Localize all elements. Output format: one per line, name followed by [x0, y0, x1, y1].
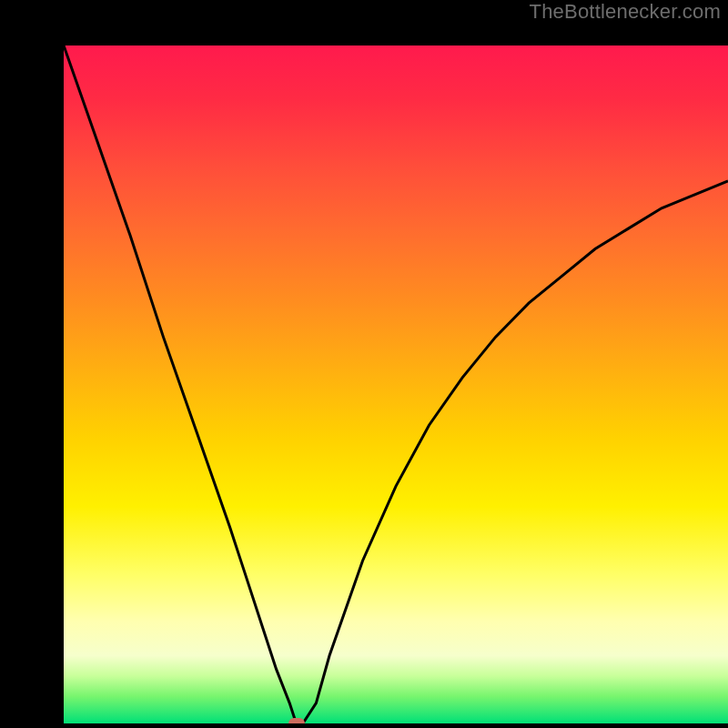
- optimum-marker: [288, 718, 305, 723]
- bottleneck-curve: [64, 46, 728, 723]
- watermark-text: TheBottlenecker.com: [530, 0, 721, 24]
- chart-frame: [0, 0, 728, 728]
- plot-area: [64, 46, 728, 723]
